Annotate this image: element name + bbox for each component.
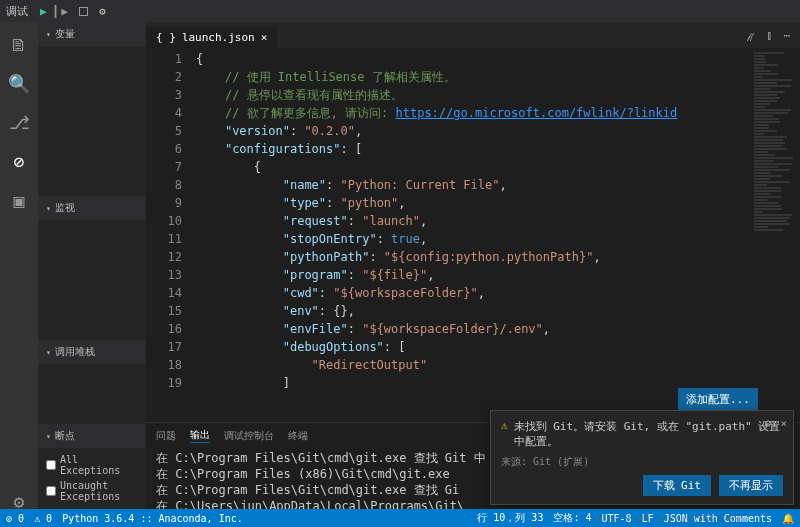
- tab-launch-json[interactable]: { } launch.json ×: [146, 27, 277, 48]
- section-breakpoints[interactable]: 断点: [38, 424, 146, 448]
- gear-icon[interactable]: ⚙: [99, 5, 106, 18]
- section-variables[interactable]: 变量: [38, 22, 146, 46]
- step-icon[interactable]: ▎▶: [55, 5, 68, 18]
- watermark: blog.csdn.net/u011622208: [596, 514, 741, 525]
- tab-terminal[interactable]: 终端: [288, 429, 308, 443]
- more-icon[interactable]: ⋯: [783, 29, 790, 44]
- section-callstack[interactable]: 调用堆栈: [38, 340, 146, 364]
- explorer-icon[interactable]: 🗎: [10, 34, 28, 55]
- bp-uncaught[interactable]: Uncaught Exceptions: [44, 478, 140, 504]
- notif-text: 未找到 Git。请安装 Git, 或在 "git.path" 设置中配置。: [514, 419, 783, 449]
- warning-icon: ⚠: [501, 419, 508, 432]
- titlebar: 调试 ▶ ▎▶ ⚙: [0, 0, 800, 22]
- section-watch[interactable]: 监视: [38, 196, 146, 220]
- git-notification: ⚙ × ⚠ 未找到 Git。请安装 Git, 或在 "git.path" 设置中…: [490, 410, 794, 505]
- dismiss-button[interactable]: 不再显示: [719, 475, 783, 496]
- code-editor[interactable]: 12345678910111213141516171819 { // 使用 In…: [146, 48, 800, 422]
- status-errors[interactable]: ⊘ 0: [6, 513, 24, 524]
- notif-source: 来源: Git (扩展): [501, 455, 783, 469]
- notif-gear-icon[interactable]: ⚙: [764, 417, 771, 430]
- minimap[interactable]: [752, 48, 800, 422]
- gutter: 12345678910111213141516171819: [146, 48, 192, 422]
- status-ln-col[interactable]: 行 10，列 33: [477, 511, 543, 525]
- tab-filename: launch.json: [182, 31, 255, 44]
- notif-close-icon[interactable]: ×: [780, 417, 787, 430]
- scm-icon[interactable]: ⎇: [9, 112, 30, 133]
- tab-output[interactable]: 输出: [190, 428, 210, 443]
- search-icon[interactable]: 🔍: [8, 73, 30, 94]
- bell-icon[interactable]: 🔔: [782, 513, 794, 524]
- tab-debug-console[interactable]: 调试控制台: [224, 429, 274, 443]
- debug-sidebar: 变量 监视 调用堆栈 断点 All Exceptions Uncaught Ex…: [38, 22, 146, 512]
- download-git-button[interactable]: 下载 Git: [643, 475, 712, 496]
- action-icon[interactable]: ⫽: [744, 29, 757, 44]
- stop-icon[interactable]: [79, 7, 88, 16]
- extensions-icon[interactable]: ▣: [14, 190, 25, 211]
- add-config-button[interactable]: 添加配置...: [678, 388, 758, 411]
- editor-tabs: { } launch.json × ⫽ ⫿ ⋯: [146, 22, 800, 48]
- tab-close-icon[interactable]: ×: [261, 31, 268, 44]
- tab-problems[interactable]: 问题: [156, 429, 176, 443]
- debug-label[interactable]: 调试: [6, 4, 28, 19]
- activity-bar: 🗎 🔍 ⎇ ⊘ ▣ ⚙: [0, 22, 38, 512]
- code-lines[interactable]: { // 使用 IntelliSense 了解相关属性。 // 悬停以查看现有属…: [192, 48, 752, 422]
- status-python[interactable]: Python 3.6.4 :: Anaconda, Inc.: [62, 513, 243, 524]
- bp-all[interactable]: All Exceptions: [44, 452, 140, 478]
- status-spaces[interactable]: 空格: 4: [553, 511, 591, 525]
- editor-area: { } launch.json × ⫽ ⫿ ⋯ 1234567891011121…: [146, 22, 800, 422]
- status-warnings[interactable]: ⚠ 0: [34, 513, 52, 524]
- file-icon: { }: [156, 31, 176, 44]
- play-icon[interactable]: ▶: [40, 5, 47, 18]
- debug-icon[interactable]: ⊘: [14, 151, 25, 172]
- split-icon[interactable]: ⫿: [767, 29, 773, 44]
